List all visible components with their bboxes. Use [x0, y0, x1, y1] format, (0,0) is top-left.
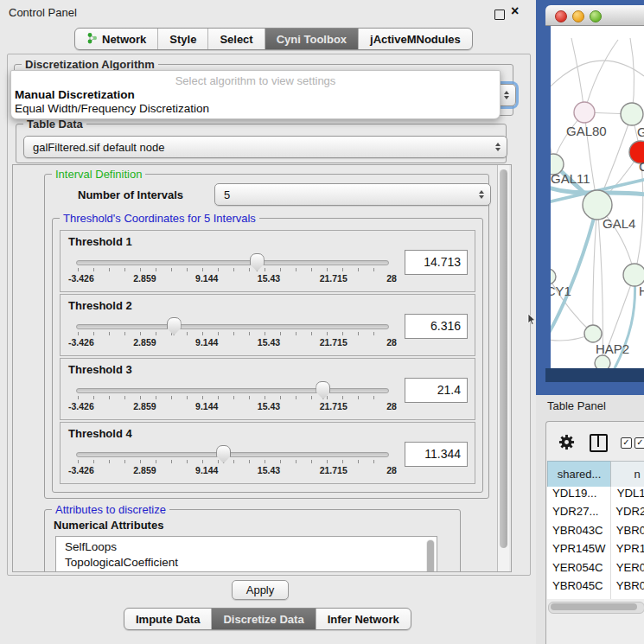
network-window-bottom-frame — [545, 368, 644, 382]
node-hap2[interactable] — [584, 325, 602, 342]
group-title: Interval Definition — [52, 168, 145, 181]
threshold-1-value-field[interactable]: 14.713 — [405, 250, 468, 275]
float-panel-icon[interactable] — [494, 10, 505, 20]
tab-style[interactable]: Style — [158, 29, 208, 49]
threshold-4-panel: Threshold 4 -3.4262.8599.14415.4321.7152… — [60, 422, 475, 484]
control-panel-tabs: Network Style Select Cyni Toolbox jActiv… — [74, 28, 473, 50]
apply-button[interactable]: Apply — [232, 580, 289, 600]
table-data-group: Table Data galFiltered.sif default node — [16, 124, 507, 163]
tab-infer-network[interactable]: Infer Network — [316, 609, 411, 629]
table-rows: YDL19...YDL1 YDR27...YDR2 YBR043CYBR0 YP… — [547, 487, 644, 599]
svg-text:GCY1: GCY1 — [551, 284, 571, 298]
interval-definition-group: Interval Definition Number of Intervals … — [44, 174, 489, 499]
slider-track[interactable] — [76, 260, 389, 265]
table-row[interactable]: YBR045CYBR0 — [547, 579, 644, 597]
table-panel-title: Table Panel — [547, 399, 606, 412]
slider-track[interactable] — [76, 452, 389, 457]
algorithm-dropdown-popup: Select algorithm to view settings Manual… — [10, 70, 501, 119]
threshold-4-value-field[interactable]: 11.344 — [405, 442, 468, 467]
group-title: Attributes to discretize — [52, 503, 169, 516]
node-table: ✓ ✓ shared... n YDL19...YDL1 YDR27...YDR… — [545, 421, 644, 644]
threshold-2-panel: Threshold 2 -3.4262.8599.14415.4321.7152… — [60, 294, 475, 356]
table-data-value: galFiltered.sif default node — [33, 141, 164, 154]
slider-ticks — [78, 460, 389, 463]
slider-track[interactable] — [76, 388, 389, 393]
list-item-selfloops[interactable]: SelfLoops — [65, 539, 437, 555]
close-panel-icon[interactable]: × — [511, 3, 519, 19]
number-of-intervals-combobox[interactable]: 5 — [214, 183, 491, 206]
numerical-attributes-list[interactable]: SelfLoops TopologicalCoefficient Between… — [55, 536, 437, 572]
settings-scrollpane: Interval Definition Number of Intervals … — [12, 164, 512, 572]
table-data-combobox[interactable]: galFiltered.sif default node — [23, 136, 507, 158]
slider-ticks — [78, 396, 389, 399]
combo-stepper-icon — [504, 91, 509, 99]
popup-option-manual-discretization[interactable]: Manual Discretization — [15, 88, 135, 101]
popup-option-equal-width[interactable]: Equal Width/Frequency Discretization — [15, 102, 209, 115]
network-graph[interactable]: GAL80 GAL11 GAL4 GCY1 HAP2 G C H — [551, 26, 644, 368]
node-pink[interactable] — [574, 102, 595, 123]
node-gal4[interactable] — [583, 190, 612, 220]
table-row[interactable]: YPR145WYPR1 — [547, 542, 644, 560]
slider-ticks — [78, 268, 389, 271]
svg-text:H: H — [639, 284, 644, 298]
network-canvas[interactable]: GAL80 GAL11 GAL4 GCY1 HAP2 G C H — [551, 26, 644, 368]
threshold-label: Threshold 2 — [68, 299, 132, 312]
svg-text:GAL80: GAL80 — [566, 124, 607, 138]
table-row[interactable]: YDL19...YDL1 — [547, 487, 644, 505]
network-tab-icon — [86, 32, 98, 47]
close-window-icon[interactable] — [555, 10, 567, 22]
group-title: Threshold's Coordinates for 5 Intervals — [60, 212, 259, 225]
tab-discretize-data[interactable]: Discretize Data — [212, 609, 316, 629]
cyni-bottom-tabs: Impute Data Discretize Data Infer Networ… — [124, 608, 411, 630]
network-window-titlebar[interactable] — [545, 5, 644, 26]
table-horizontal-scrollbar[interactable] — [548, 602, 644, 614]
slider-ticks — [78, 332, 389, 335]
table-settings-gear-icon[interactable] — [558, 434, 575, 450]
panel-title: Control Panel — [9, 6, 77, 19]
svg-text:GAL11: GAL11 — [551, 171, 590, 186]
table-row[interactable]: YBR043CYBR0 — [547, 524, 644, 542]
threshold-1-slider[interactable]: -3.4262.8599.14415.4321.71528 — [76, 253, 392, 290]
threshold-2-value-field[interactable]: 6.316 — [405, 314, 468, 339]
slider-tick-labels: -3.4262.8599.14415.4321.71528 — [68, 401, 397, 411]
node-green-top[interactable] — [621, 103, 643, 125]
list-item-topologicalcoefficient[interactable]: TopologicalCoefficient — [65, 555, 437, 571]
threshold-2-slider[interactable]: -3.4262.8599.14415.4321.71528 — [76, 317, 392, 354]
thresholds-group: Threshold's Coordinates for 5 Intervals … — [52, 218, 483, 493]
threshold-3-panel: Threshold 3 -3.4262.8599.14415.4321.7152… — [60, 358, 475, 420]
threshold-3-slider[interactable]: -3.4262.8599.14415.4321.71528 — [76, 381, 392, 418]
numerical-attributes-label: Numerical Attributes — [54, 519, 163, 532]
threshold-4-slider[interactable]: -3.4262.8599.14415.4321.71528 — [76, 445, 392, 481]
tab-jactivemnodules[interactable]: jActiveMNodules — [359, 29, 472, 49]
attributes-group: Attributes to discretize Numerical Attri… — [44, 509, 461, 572]
network-view-window: GAL80 GAL11 GAL4 GCY1 HAP2 G C H — [545, 5, 644, 382]
minimize-window-icon[interactable] — [572, 10, 584, 22]
network-node-labels: GAL80 GAL11 GAL4 GCY1 HAP2 G C H — [551, 124, 644, 356]
column-header-shared-name[interactable]: shared... — [547, 461, 611, 488]
slider-track[interactable] — [76, 324, 389, 329]
tab-cyni-toolbox[interactable]: Cyni Toolbox — [265, 29, 359, 49]
node-bottom[interactable] — [595, 355, 610, 368]
table-row[interactable]: YBL079WYBL0 — [547, 597, 644, 599]
list-item-betweennesscentrality[interactable]: BetweennessCentrality — [65, 571, 437, 572]
settings-vertical-scrollbar[interactable] — [497, 165, 509, 571]
zoom-window-icon[interactable] — [590, 10, 602, 22]
tab-network[interactable]: Network — [75, 29, 158, 49]
select-all-checkbox-icon[interactable]: ✓ — [621, 437, 632, 449]
number-of-intervals-value: 5 — [224, 188, 230, 201]
svg-text:GAL4: GAL4 — [603, 216, 635, 231]
combo-stepper-icon — [495, 143, 501, 151]
select-none-checkbox-icon[interactable]: ✓ — [634, 437, 644, 449]
node-gcy1[interactable] — [551, 269, 556, 284]
list-scrollbar[interactable] — [426, 539, 435, 572]
column-panel-icon[interactable] — [590, 434, 608, 452]
popup-placeholder: Select algorithm to view settings — [11, 74, 500, 87]
threshold-label: Threshold 1 — [68, 235, 132, 248]
table-panel: Table Panel ✓ ✓ shared... n — [536, 395, 644, 644]
column-header-name[interactable]: n — [610, 461, 644, 488]
threshold-3-value-field[interactable]: 21.4 — [405, 378, 468, 403]
table-row[interactable]: YDR27...YDR2 — [547, 505, 644, 523]
tab-select[interactable]: Select — [208, 29, 265, 49]
tab-impute-data[interactable]: Impute Data — [124, 609, 212, 629]
table-row[interactable]: YER054CYER0 — [547, 561, 644, 579]
